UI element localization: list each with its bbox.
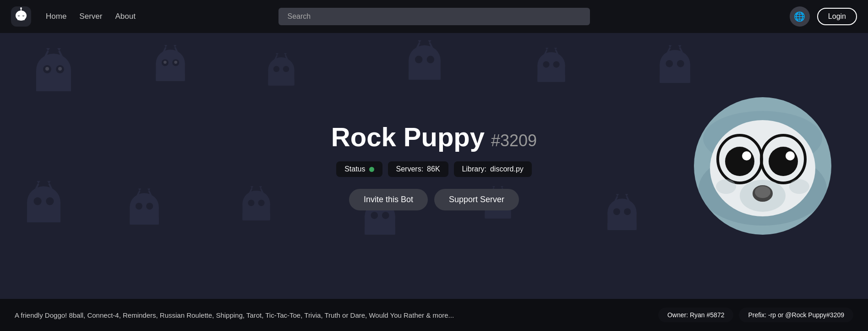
svg-point-38 xyxy=(415,55,423,63)
status-pill: Status xyxy=(336,161,382,177)
svg-point-114 xyxy=(725,147,754,176)
svg-line-24 xyxy=(164,48,166,52)
svg-line-73 xyxy=(149,191,151,196)
svg-marker-83 xyxy=(259,186,262,188)
svg-point-7 xyxy=(20,7,22,9)
svg-point-52 xyxy=(660,50,691,79)
svg-marker-66 xyxy=(37,181,40,184)
svg-point-21 xyxy=(172,59,179,66)
svg-point-54 xyxy=(666,60,673,67)
library-value: discord.py xyxy=(490,165,524,173)
bot-avatar-wrapper xyxy=(694,97,831,235)
bot-name-row: Rock Puppy #3209 xyxy=(331,121,537,152)
owner-tag: Owner: Ryan #5872 xyxy=(658,308,734,322)
svg-rect-5 xyxy=(23,19,25,20)
prefix-tag: Prefix: -rp or @Rock Puppy#3209 xyxy=(739,308,853,322)
library-pill: Library: discord.py xyxy=(454,161,532,177)
svg-marker-75 xyxy=(147,189,151,191)
bg-ghost-9 xyxy=(235,185,278,228)
svg-line-41 xyxy=(430,43,432,48)
footer-bar: A friendly Doggo! 8ball, Connect-4, Remi… xyxy=(0,299,868,331)
svg-point-126 xyxy=(755,186,770,198)
hero-section: Rock Puppy #3209 Status Servers: 86K Lib… xyxy=(0,33,868,299)
logo[interactable] xyxy=(11,6,31,27)
svg-line-81 xyxy=(261,188,263,193)
svg-line-15 xyxy=(59,51,62,56)
svg-marker-43 xyxy=(428,40,431,43)
svg-point-100 xyxy=(607,199,636,226)
svg-marker-58 xyxy=(669,45,672,48)
svg-point-76 xyxy=(242,190,270,216)
svg-marker-106 xyxy=(616,194,619,196)
search-input[interactable] xyxy=(278,8,590,25)
svg-point-13 xyxy=(58,67,62,71)
svg-point-60 xyxy=(27,186,60,218)
svg-point-22 xyxy=(164,61,167,64)
nav-server[interactable]: Server xyxy=(79,12,102,21)
svg-marker-35 xyxy=(284,53,287,55)
svg-point-11 xyxy=(56,65,64,73)
hero-content: Rock Puppy #3209 Status Servers: 86K Lib… xyxy=(331,121,537,210)
svg-point-86 xyxy=(371,212,378,219)
servers-label: Servers: xyxy=(396,165,424,173)
bg-ghost-4 xyxy=(399,39,450,89)
bg-ghost-5 xyxy=(530,46,573,90)
navbar: Home Server About 🌐 Login xyxy=(0,0,868,33)
svg-rect-53 xyxy=(660,64,691,83)
nav-links: Home Server About xyxy=(46,12,136,21)
bg-ghost-1 xyxy=(26,46,81,101)
svg-marker-26 xyxy=(164,45,168,48)
svg-point-62 xyxy=(33,197,41,205)
svg-marker-82 xyxy=(250,186,253,188)
svg-point-23 xyxy=(174,61,177,64)
svg-point-127 xyxy=(716,179,736,194)
support-button[interactable]: Support Server xyxy=(434,189,519,210)
svg-rect-9 xyxy=(36,69,71,91)
svg-line-32 xyxy=(275,55,277,59)
svg-rect-77 xyxy=(242,203,270,220)
svg-line-25 xyxy=(175,48,177,52)
svg-marker-17 xyxy=(57,48,61,51)
bg-ghost-6 xyxy=(651,44,699,92)
svg-point-63 xyxy=(46,197,54,205)
svg-point-47 xyxy=(553,61,559,67)
footer-description: A friendly Doggo! 8ball, Connect-4, Remi… xyxy=(15,311,658,319)
svg-rect-29 xyxy=(268,69,294,85)
svg-point-31 xyxy=(283,66,289,72)
bg-ghost-2 xyxy=(147,44,193,89)
svg-point-8 xyxy=(36,54,71,87)
svg-marker-27 xyxy=(174,45,177,48)
svg-line-33 xyxy=(285,55,288,59)
svg-point-118 xyxy=(769,147,798,176)
bg-ghost-3 xyxy=(261,52,302,93)
nav-home[interactable]: Home xyxy=(46,12,66,21)
svg-point-28 xyxy=(268,57,294,82)
search-bar[interactable] xyxy=(278,8,590,25)
svg-point-78 xyxy=(248,199,254,206)
svg-point-71 xyxy=(146,203,153,210)
svg-marker-74 xyxy=(138,189,142,191)
svg-point-70 xyxy=(136,203,142,210)
bg-ghost-12 xyxy=(599,193,645,238)
svg-rect-45 xyxy=(537,65,565,82)
svg-marker-59 xyxy=(678,45,682,48)
login-button[interactable]: Login xyxy=(817,8,857,25)
translate-button[interactable]: 🌐 xyxy=(790,6,810,27)
svg-point-68 xyxy=(130,193,159,221)
svg-rect-85 xyxy=(365,215,395,235)
status-label: Status xyxy=(344,165,365,173)
library-label: Library: xyxy=(462,165,486,173)
svg-rect-101 xyxy=(607,212,636,230)
svg-point-36 xyxy=(409,45,441,75)
svg-rect-69 xyxy=(130,206,159,225)
svg-marker-107 xyxy=(625,194,628,196)
svg-rect-4 xyxy=(17,19,19,20)
nav-about[interactable]: About xyxy=(115,12,135,21)
svg-point-115 xyxy=(742,151,751,160)
invite-button[interactable]: Invite this Bot xyxy=(349,189,428,210)
servers-pill: Servers: 86K xyxy=(388,161,448,177)
bg-ghost-7 xyxy=(17,179,70,232)
bot-tag: #3209 xyxy=(491,131,537,150)
svg-line-14 xyxy=(45,51,48,56)
svg-marker-50 xyxy=(546,48,548,50)
